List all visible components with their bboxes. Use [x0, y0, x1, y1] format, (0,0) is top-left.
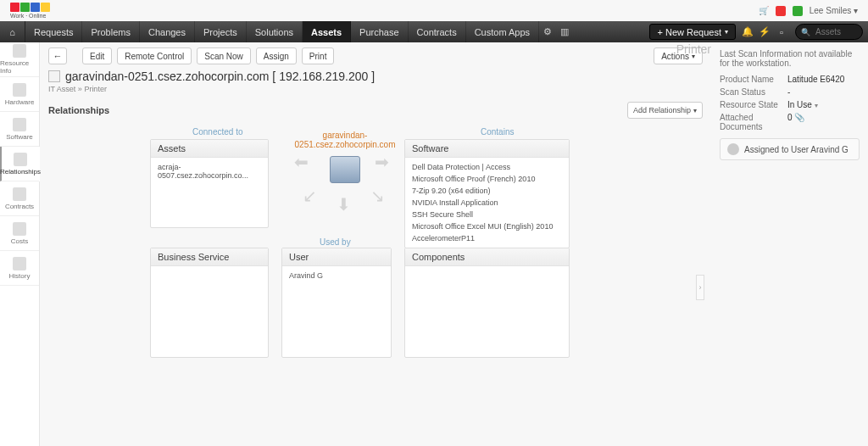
nav-purchase[interactable]: Purchase — [351, 21, 408, 42]
new-request-button[interactable]: + New Request ▾ — [649, 24, 736, 40]
software-item[interactable]: SSH Secure Shell — [412, 209, 562, 220]
remote-control-button[interactable]: Remote Control — [117, 47, 192, 64]
computer-icon — [330, 156, 360, 183]
label-used-by: Used by — [320, 237, 351, 247]
v-product: Latitude E6420 — [787, 75, 844, 84]
label-contains: Contains — [481, 127, 514, 137]
nav-requests[interactable]: Requests — [25, 21, 82, 42]
doc-icon[interactable]: ▫ — [773, 21, 790, 42]
label-connected-to: Connected to — [192, 127, 243, 137]
bell-icon[interactable]: 🔔 — [739, 21, 756, 42]
search-input[interactable] — [814, 26, 856, 37]
software-item[interactable]: Microsoft Office Excel MUI (English) 201… — [412, 220, 562, 232]
breadcrumb-leaf[interactable]: Printer — [84, 85, 107, 93]
search-icon: 🔍 — [801, 28, 810, 36]
tab-history[interactable]: History — [0, 251, 39, 286]
cart-icon[interactable]: 🛒 — [759, 6, 769, 15]
v-scan: - — [787, 87, 790, 97]
info-panel: Last Scan Information not available for … — [711, 42, 868, 446]
v-attach[interactable]: 0 📎 — [787, 113, 804, 131]
scan-message: Last Scan Information not available for … — [720, 49, 860, 68]
home-icon[interactable]: ⌂ — [0, 21, 25, 42]
arrow-dr-icon: ↘ — [370, 186, 385, 206]
arrow-down-icon: ⬇ — [337, 194, 351, 215]
tab-resource-info[interactable]: Resource Info — [0, 42, 39, 77]
panel-user-head: User — [282, 248, 391, 266]
panel-business-head: Business Service — [151, 248, 268, 266]
page-title: garavindan-0251.csez.zohocorpin.com [ 19… — [48, 70, 703, 83]
software-item[interactable]: Dell Data Protection | Access — [412, 161, 562, 173]
center-node-name: garavindan-0251.csez.zohocorpin.com — [286, 131, 404, 149]
app-icon-1[interactable] — [776, 6, 786, 16]
assigned-to[interactable]: Assigned to User Aravind G — [720, 138, 860, 160]
panel-assets: Assets acraja-0507.csez.zohocorpin.co... — [150, 139, 269, 228]
back-button[interactable]: ← — [48, 47, 67, 64]
nav-projects[interactable]: Projects — [195, 21, 247, 42]
nav-customapps[interactable]: Custom Apps — [466, 21, 539, 42]
panel-components-head: Components — [405, 248, 569, 266]
topbar: Work · Online 🛒 Lee Smiles ▾ — [0, 0, 868, 21]
section-title: Relationships — [48, 105, 109, 115]
asset-icon — [48, 70, 60, 82]
center-pane: Printer ← Edit Remote Control Scan Now A… — [40, 42, 711, 446]
nav-contracts[interactable]: Contracts — [409, 21, 466, 42]
software-item[interactable]: NVIDIA Install Application — [412, 197, 562, 209]
nav-solutions[interactable]: Solutions — [247, 21, 303, 42]
edit-button[interactable]: Edit — [82, 47, 112, 64]
panel-software: Software Dell Data Protection | AccessMi… — [404, 139, 570, 248]
top-right: 🛒 Lee Smiles ▾ — [759, 6, 858, 16]
panel-business-service: Business Service — [150, 248, 269, 358]
tab-relationships[interactable]: Relationships — [0, 147, 39, 181]
k-product: Product Name — [720, 75, 787, 84]
toolbar: ← Edit Remote Control Scan Now Assign Pr… — [48, 47, 703, 64]
software-item[interactable]: AccelerometerP11 — [412, 232, 562, 244]
asset-item[interactable]: acraja-0507.csez.zohocorpin.co... — [158, 161, 261, 181]
breadcrumb-root[interactable]: IT Asset — [48, 85, 75, 93]
assign-button[interactable]: Assign — [256, 47, 297, 64]
logo[interactable]: Work · Online — [10, 3, 50, 19]
tab-costs[interactable]: Costs — [0, 216, 39, 251]
attach-icon: 📎 — [794, 113, 804, 122]
chart-icon[interactable]: ▥ — [556, 21, 573, 42]
expand-right[interactable]: › — [696, 275, 704, 300]
breadcrumb: IT Asset » Printer — [48, 85, 703, 93]
arrow-dl-icon: ↙ — [303, 186, 317, 206]
tab-hardware[interactable]: Hardware — [0, 77, 39, 112]
gear-icon[interactable]: ⚙ — [539, 21, 556, 42]
tab-software[interactable]: Software — [0, 112, 39, 147]
k-attach: Attached Documents — [720, 113, 787, 131]
k-state: Resource State — [720, 100, 787, 109]
panel-components: Components — [404, 248, 570, 358]
left-tabs: Resource Info Hardware Software Relation… — [0, 42, 40, 446]
nav-problems[interactable]: Problems — [82, 21, 139, 42]
arrow-left-icon: ⬅ — [294, 152, 309, 172]
relationship-canvas: Connected to Contains Used by garavindan… — [48, 122, 703, 402]
panel-software-head: Software — [405, 140, 569, 158]
print-button[interactable]: Print — [302, 47, 335, 64]
software-item[interactable]: 7-Zip 9.20 (x64 edition) — [412, 185, 562, 197]
v-state[interactable]: In Use ▾ — [787, 100, 818, 109]
nav-assets[interactable]: Assets — [303, 21, 351, 42]
nav-changes[interactable]: Changes — [140, 21, 195, 42]
scan-now-button[interactable]: Scan Now — [197, 47, 251, 64]
user-item[interactable]: Aravind G — [289, 270, 384, 282]
app-icon-2[interactable] — [793, 6, 803, 16]
panel-assets-head: Assets — [151, 140, 268, 158]
arrow-right-icon: ➡ — [375, 152, 389, 172]
avatar-icon — [727, 143, 739, 155]
search-box[interactable]: 🔍 — [795, 24, 863, 40]
k-scan: Scan Status — [720, 87, 787, 97]
software-item[interactable]: Microsoft Office Proof (French) 2010 — [412, 173, 562, 185]
add-relationship-button[interactable]: Add Relationship ▾ — [627, 102, 703, 119]
tab-contracts[interactable]: Contracts — [0, 181, 39, 216]
main-nav: ⌂ Requests Problems Changes Projects Sol… — [0, 21, 868, 42]
user-menu[interactable]: Lee Smiles ▾ — [810, 6, 858, 15]
page-type-label: Printer — [676, 42, 711, 56]
panel-user: User Aravind G — [281, 248, 392, 358]
bolt-icon[interactable]: ⚡ — [756, 21, 773, 42]
